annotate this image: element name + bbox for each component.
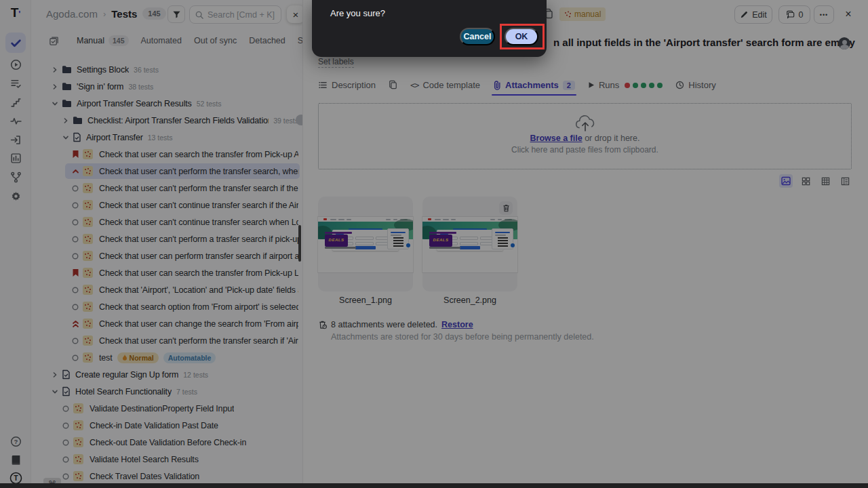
annotation-highlight-box <box>500 24 545 49</box>
cancel-button[interactable]: Cancel <box>460 28 495 45</box>
app-window: T' ? <box>0 0 868 488</box>
confirm-message: Are you sure? <box>330 8 385 18</box>
modal-backdrop[interactable] <box>0 0 868 488</box>
